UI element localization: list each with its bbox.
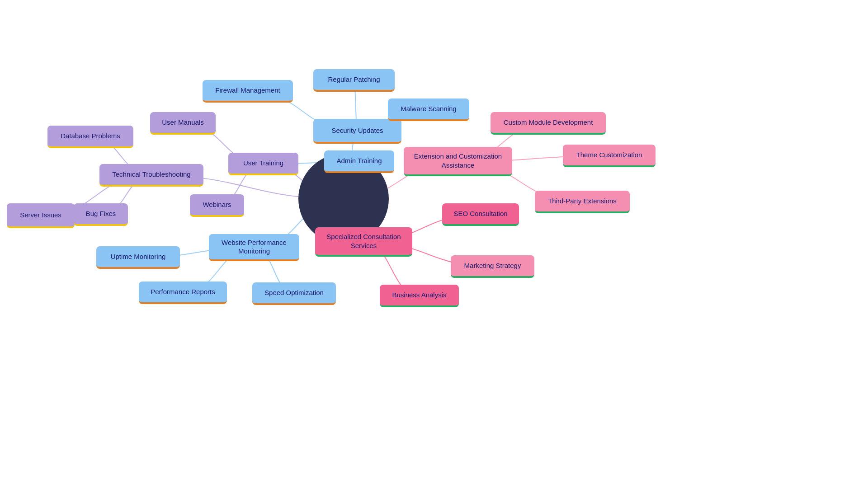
specialized-consultation-node: Specialized Consultation Services xyxy=(315,227,412,257)
malware-scanning-node: Malware Scanning xyxy=(388,99,469,121)
firewall-management-node: Firewall Management xyxy=(203,80,293,103)
bug-fixes-node: Bug Fixes xyxy=(74,203,128,226)
security-updates-node: Security Updates xyxy=(313,119,401,144)
database-problems-node: Database Problems xyxy=(47,126,133,148)
extension-customization-node: Extension and Customization Assistance xyxy=(404,147,512,176)
marketing-strategy-node: Marketing Strategy xyxy=(451,255,534,278)
webinars-node: Webinars xyxy=(190,194,244,217)
performance-reports-node: Performance Reports xyxy=(139,282,227,304)
website-performance-monitoring-node: Website Performance Monitoring xyxy=(209,234,299,261)
business-analysis-node: Business Analysis xyxy=(380,285,459,307)
uptime-monitoring-node: Uptime Monitoring xyxy=(96,246,180,269)
admin-training-node: Admin Training xyxy=(324,150,394,173)
seo-consultation-node: SEO Consultation xyxy=(442,203,519,226)
technical-troubleshooting-node: Technical Troubleshooting xyxy=(99,164,203,187)
third-party-extensions-node: Third-Party Extensions xyxy=(535,191,630,213)
theme-customization-node: Theme Customization xyxy=(563,145,656,167)
user-manuals-node: User Manuals xyxy=(150,112,216,135)
custom-module-development-node: Custom Module Development xyxy=(491,112,606,135)
server-issues-node: Server Issues xyxy=(7,203,75,228)
speed-optimization-node: Speed Optimization xyxy=(252,282,336,305)
regular-patching-node: Regular Patching xyxy=(313,69,395,92)
user-training-node: User Training xyxy=(228,153,298,175)
